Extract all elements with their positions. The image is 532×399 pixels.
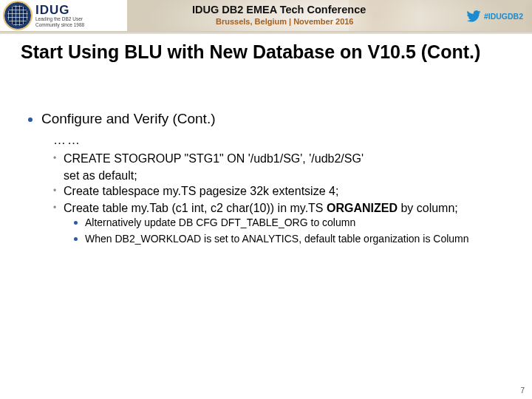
idug-logo-text: IDUG — [35, 4, 84, 16]
twitter-block: #IDUGDB2 — [466, 10, 523, 22]
conference-subtitle: Brussels, Belgium | November 2016 — [216, 17, 354, 26]
disc-icon — [74, 221, 78, 225]
ellipsis: …… — [53, 133, 81, 148]
disc-icon — [74, 237, 78, 241]
bullet-l1-text: Configure and Verify (Cont.) — [41, 111, 216, 127]
globe-icon — [4, 2, 31, 29]
header-divider — [0, 31, 532, 34]
l2-a-line2: set as default; — [64, 168, 517, 183]
bullet-icon: • — [53, 200, 64, 215]
bullet-l1: Configure and Verify (Cont.) — [28, 111, 216, 127]
l3-item-b: When DB2_WORKLOAD is set to ANALYTICS, d… — [74, 232, 510, 246]
l2-item-a: • CREATE STOGROUP "STG1" ON '/udb1/SG', … — [53, 151, 517, 166]
idug-logo-tag2: Community since 1988 — [35, 22, 84, 27]
l2-c-bold: ORGANIZED — [327, 202, 398, 214]
l3-list: Alternatively update DB CFG DFT_TABLE_OR… — [74, 216, 510, 248]
slide-title: Start Using BLU with New Database on V10… — [21, 41, 480, 63]
l2-a-line1: CREATE STOGROUP "STG1" ON '/udb1/SG', '/… — [64, 151, 517, 166]
l2-item-c: • Create table my.Tab (c1 int, c2 char(1… — [53, 200, 517, 216]
idug-logo: IDUG Leading the DB2 User Community sinc… — [0, 0, 127, 31]
l2-b-text: Create tablespace my.TS pagesize 32k ext… — [64, 183, 517, 199]
slide-header: IDUG Leading the DB2 User Community sinc… — [0, 0, 532, 31]
page-number: 7 — [520, 386, 525, 395]
l2-item-b: • Create tablespace my.TS pagesize 32k e… — [53, 183, 517, 199]
l3-item-a: Alternatively update DB CFG DFT_TABLE_OR… — [74, 216, 510, 230]
twitter-icon — [466, 10, 481, 22]
l3-a-text: Alternatively update DB CFG DFT_TABLE_OR… — [85, 216, 355, 230]
l2-c-pre: Create table my.Tab (c1 int, c2 char(10)… — [64, 202, 327, 214]
idug-logo-tag1: Leading the DB2 User — [35, 16, 84, 21]
conference-title: IDUG DB2 EMEA Tech Conference — [192, 4, 366, 16]
bullet-icon: • — [53, 151, 64, 166]
twitter-hashtag: #IDUGDB2 — [484, 12, 523, 21]
l3-b-text: When DB2_WORKLOAD is set to ANALYTICS, d… — [85, 232, 469, 246]
bullet-icon: • — [53, 183, 64, 198]
l2-c-post: by column; — [398, 202, 458, 214]
l2-list: • CREATE STOGROUP "STG1" ON '/udb1/SG', … — [53, 151, 517, 217]
disc-icon — [28, 117, 33, 122]
